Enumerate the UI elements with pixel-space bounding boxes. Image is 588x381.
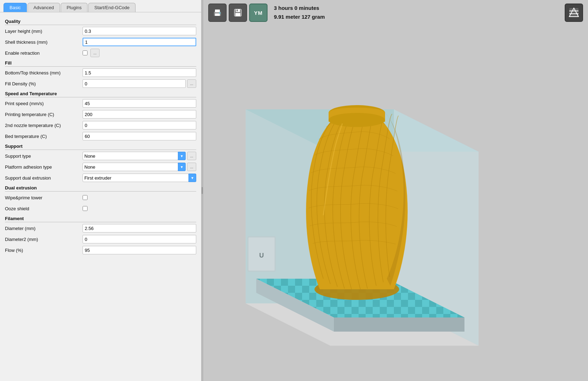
top-right-icon-area [565, 4, 583, 22]
label-fill-density: Fill Density (%) [5, 81, 83, 86]
label-bed-temp: Bed temperature (C) [5, 134, 83, 139]
input-print-speed[interactable] [83, 99, 196, 108]
section-support-header: Support [5, 144, 196, 150]
tab-bar: Basic Advanced Plugins Start/End-GCode [0, 0, 201, 12]
section-quality-header: Quality [5, 19, 196, 25]
label-support-type: Support type [5, 153, 83, 159]
select-platform-adhesion[interactable]: None Brim Raft [83, 163, 178, 171]
label-support-dual-extrusion: Support dual extrusion [5, 175, 83, 181]
input-2nd-nozzle-temp[interactable] [83, 121, 196, 129]
left-panel: Basic Advanced Plugins Start/End-GCode Q… [0, 0, 201, 381]
label-wipe-prime-tower: Wipe&prime tower [5, 195, 83, 200]
label-2nd-nozzle-temp: 2nd nozzle temperature (C) [5, 123, 83, 128]
print-material: 9.91 meter 127 gram [274, 13, 325, 21]
field-diameter2: Diameter2 (mm) [5, 235, 196, 244]
layer-view-btn[interactable] [565, 4, 583, 22]
input-diameter2[interactable] [83, 235, 196, 243]
input-layer-height[interactable] [83, 27, 196, 35]
settings-panel: Quality Layer height (mm) Shell thicknes… [0, 12, 201, 381]
section-filament-header: Filament [5, 216, 196, 222]
tab-start-end-gcode[interactable]: Start/End-GCode [88, 3, 136, 12]
input-flow[interactable] [83, 246, 196, 254]
select-support-type[interactable]: None Touching buildplate Everywhere [83, 152, 178, 160]
field-bed-temp: Bed temperature (C) [5, 132, 196, 141]
3d-scene[interactable]: U [203, 21, 588, 381]
field-2nd-nozzle-temp: 2nd nozzle temperature (C) [5, 121, 196, 130]
section-speed-header: Speed and Temperature [5, 91, 196, 97]
top-toolbar: YM 3 hours 0 minutes 9.91 meter 127 gram [203, 0, 330, 25]
checkbox-wipe-prime-tower[interactable] [83, 195, 88, 200]
field-support-dual-extrusion: Support dual extrusion First extruder Se… [5, 173, 196, 182]
field-layer-height: Layer height (mm) [5, 26, 196, 36]
input-bed-temp[interactable] [83, 132, 196, 140]
field-flow: Flow (%) [5, 246, 196, 255]
tab-plugins[interactable]: Plugins [61, 3, 88, 12]
extra-btn-fill-density[interactable]: ... [187, 79, 196, 88]
label-diameter: Diameter (mm) [5, 226, 83, 231]
label-ooze-shield: Ooze shield [5, 206, 83, 211]
svg-marker-24 [334, 318, 464, 332]
label-layer-height: Layer height (mm) [5, 29, 83, 34]
section-dual-extrusion-header: Dual extrusion [5, 185, 196, 192]
field-platform-adhesion: Platform adhesion type None Brim Raft ▼ … [5, 162, 196, 171]
svg-point-3 [219, 12, 221, 14]
label-diameter2: Diameter2 (mm) [5, 237, 83, 242]
dropdown-arrow-support-type[interactable]: ▼ [178, 152, 186, 160]
svg-rect-2 [215, 13, 220, 16]
svg-point-30 [329, 113, 385, 127]
field-diameter: Diameter (mm) [5, 224, 196, 233]
field-printing-temp: Printing temperature (C) [5, 110, 196, 119]
svg-text:U: U [259, 252, 264, 259]
field-shell-thickness: Shell thickness (mm) [5, 37, 196, 47]
svg-rect-1 [215, 10, 220, 12]
extra-btn-platform-adhesion[interactable]: ... [187, 163, 196, 171]
field-bottom-top-thickness: Bottom/Top thickness (mm) [5, 68, 196, 77]
field-wipe-prime-tower: Wipe&prime tower [5, 193, 196, 202]
youmagine-btn[interactable]: YM [249, 4, 268, 22]
extra-btn-retraction[interactable]: ... [90, 49, 100, 57]
input-shell-thickness[interactable] [83, 38, 196, 46]
checkbox-enable-retraction[interactable] [83, 50, 88, 55]
label-flow: Flow (%) [5, 248, 83, 253]
label-print-speed: Print speed (mm/s) [5, 101, 83, 106]
section-fill-header: Fill [5, 60, 196, 67]
divider-handle [202, 187, 203, 194]
select-support-dual-extrusion[interactable]: First extruder Second extruder Both [83, 174, 189, 182]
dropdown-arrow-platform-adhesion[interactable]: ▼ [178, 163, 186, 171]
field-fill-density: Fill Density (%) ... [5, 79, 196, 88]
label-shell-thickness: Shell thickness (mm) [5, 40, 83, 45]
checkbox-ooze-shield[interactable] [83, 206, 88, 211]
input-bottom-top-thickness[interactable] [83, 68, 196, 77]
input-printing-temp[interactable] [83, 110, 196, 119]
field-ooze-shield: Ooze shield [5, 204, 196, 213]
label-bottom-top-thickness: Bottom/Top thickness (mm) [5, 70, 83, 75]
tab-basic[interactable]: Basic [4, 3, 27, 12]
extra-btn-support-type[interactable]: ... [187, 152, 196, 160]
ym-label: YM [254, 10, 263, 16]
save-btn[interactable] [229, 4, 247, 22]
svg-rect-6 [235, 13, 240, 16]
field-enable-retraction: Enable retraction ... [5, 48, 196, 58]
dropdown-arrow-support-dual-extrusion[interactable]: ▼ [188, 174, 196, 182]
input-fill-density[interactable] [83, 79, 186, 88]
tab-advanced[interactable]: Advanced [28, 3, 60, 12]
print-btn[interactable] [208, 4, 227, 22]
field-print-speed: Print speed (mm/s) [5, 99, 196, 108]
svg-rect-8 [569, 8, 578, 17]
label-platform-adhesion: Platform adhesion type [5, 164, 83, 170]
print-info-block: 3 hours 0 minutes 9.91 meter 127 gram [272, 4, 325, 21]
label-enable-retraction: Enable retraction [5, 50, 83, 56]
field-support-type: Support type None Touching buildplate Ev… [5, 151, 196, 161]
svg-rect-7 [236, 10, 238, 11]
right-panel: YM 3 hours 0 minutes 9.91 meter 127 gram [203, 0, 588, 381]
print-time: 3 hours 0 minutes [274, 4, 325, 12]
label-printing-temp: Printing temperature (C) [5, 112, 83, 117]
input-diameter[interactable] [83, 224, 196, 232]
